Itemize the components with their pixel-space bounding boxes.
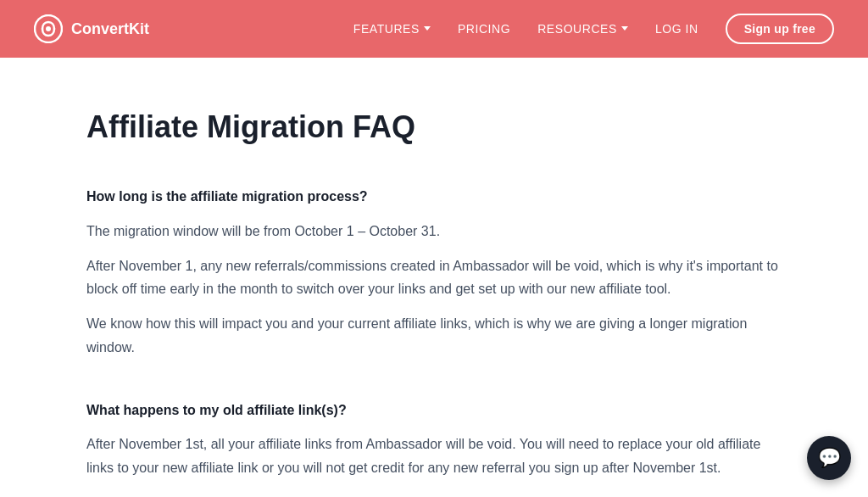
navbar: ConvertKit FEATURES PRICING RESOURCES LO…	[0, 0, 868, 58]
faq-answer-1-0: The migration window will be from Octobe…	[86, 220, 782, 243]
nav-links: FEATURES PRICING RESOURCES LOG IN Sign u…	[353, 14, 834, 44]
chevron-down-icon	[424, 26, 431, 31]
faq-answer-1-1: After November 1, any new referrals/comm…	[86, 254, 782, 300]
logo-text: ConvertKit	[71, 17, 149, 42]
faq-question-1: How long is the affiliate migration proc…	[86, 186, 782, 208]
nav-features[interactable]: FEATURES	[353, 20, 431, 38]
chat-icon: 💬	[818, 443, 841, 472]
main-content: Affiliate Migration FAQ How long is the …	[53, 58, 815, 497]
page-title: Affiliate Migration FAQ	[86, 109, 782, 145]
faq-question-2: What happens to my old affiliate link(s)…	[86, 399, 782, 422]
chat-bubble-button[interactable]: 💬	[807, 436, 851, 480]
nav-login[interactable]: LOG IN	[655, 20, 698, 38]
faq-section-2: What happens to my old affiliate link(s)…	[86, 399, 782, 479]
nav-pricing[interactable]: PRICING	[458, 20, 510, 38]
faq-answer-2-0: After November 1st, all your affiliate l…	[86, 433, 782, 478]
logo-icon	[34, 14, 63, 43]
svg-point-1	[46, 26, 51, 31]
nav-resources[interactable]: RESOURCES	[537, 20, 628, 38]
chevron-down-icon	[621, 26, 628, 31]
faq-section-1: How long is the affiliate migration proc…	[86, 186, 782, 359]
signup-button[interactable]: Sign up free	[726, 14, 834, 44]
faq-answer-1-2: We know how this will impact you and you…	[86, 312, 782, 358]
logo-link[interactable]: ConvertKit	[34, 14, 149, 43]
